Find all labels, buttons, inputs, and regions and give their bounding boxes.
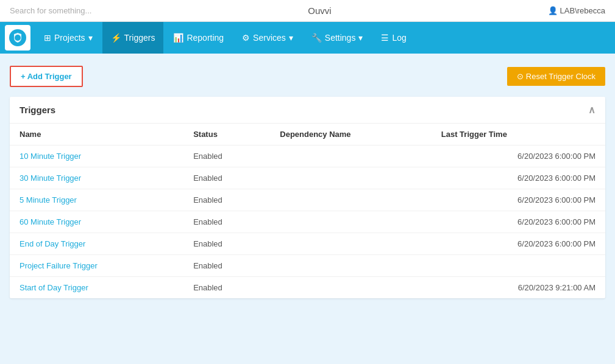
trigger-last-time xyxy=(432,255,605,277)
chevron-down-icon-services: ▾ xyxy=(289,33,293,43)
table-row: 60 Minute TriggerEnabled6/20/2023 6:00:0… xyxy=(10,211,605,233)
app-logo xyxy=(5,25,30,51)
col-header-dependency: Dependency Name xyxy=(270,124,432,145)
navbar: ⊞ Projects ▾ ⚡ Triggers 📊 Reporting ⚙ Se… xyxy=(0,22,615,54)
col-header-status: Status xyxy=(183,124,270,145)
bolt-icon: ⚡ xyxy=(111,33,121,43)
nav-items: ⊞ Projects ▾ ⚡ Triggers 📊 Reporting ⚙ Se… xyxy=(35,22,415,54)
nav-label-triggers: Triggers xyxy=(124,33,155,43)
triggers-table: Name Status Dependency Name Last Trigger… xyxy=(10,124,605,298)
trigger-last-time: 6/20/2023 6:00:00 PM xyxy=(432,211,605,233)
trigger-status: Enabled xyxy=(183,145,270,167)
col-header-last-trigger: Last Trigger Time xyxy=(432,124,605,145)
trigger-last-time: 6/20/2023 9:21:00 AM xyxy=(432,277,605,299)
nav-label-log: Log xyxy=(392,33,406,43)
bar-chart-icon: 📊 xyxy=(173,33,183,43)
username: LAB\rebecca xyxy=(560,6,605,15)
trigger-status: Enabled xyxy=(183,255,270,277)
toolbar: + Add Trigger ⊙ Reset Trigger Clock xyxy=(10,66,605,87)
trigger-status: Enabled xyxy=(183,189,270,211)
trigger-dependency xyxy=(270,145,432,167)
table-row: Start of Day TriggerEnabled6/20/2023 9:2… xyxy=(10,277,605,299)
col-header-name: Name xyxy=(10,124,183,145)
trigger-dependency xyxy=(270,189,432,211)
trigger-status: Enabled xyxy=(183,211,270,233)
trigger-dependency xyxy=(270,233,432,255)
table-row: End of Day TriggerEnabled6/20/2023 6:00:… xyxy=(10,233,605,255)
trigger-name[interactable]: Start of Day Trigger xyxy=(10,277,183,299)
trigger-name[interactable]: 60 Minute Trigger xyxy=(10,211,183,233)
nav-label-services: Services xyxy=(253,33,286,43)
trigger-status: Enabled xyxy=(183,233,270,255)
nav-item-projects[interactable]: ⊞ Projects ▾ xyxy=(35,22,101,54)
reset-trigger-clock-button[interactable]: ⊙ Reset Trigger Clock xyxy=(507,67,605,86)
person-icon: 👤 xyxy=(548,6,558,15)
wrench-icon: 🔧 xyxy=(311,33,322,43)
trigger-name-link[interactable]: End of Day Trigger xyxy=(20,239,85,248)
nav-label-settings: Settings xyxy=(325,33,356,43)
nav-item-log[interactable]: ☰ Log xyxy=(372,22,414,54)
trigger-name[interactable]: 10 Minute Trigger xyxy=(10,145,183,167)
grid-icon: ⊞ xyxy=(44,33,51,43)
triggers-panel: Triggers ∧ Name Status Dependency Name L… xyxy=(10,97,605,298)
trigger-dependency xyxy=(270,167,432,189)
trigger-status: Enabled xyxy=(183,277,270,299)
table-row: 30 Minute TriggerEnabled6/20/2023 6:00:0… xyxy=(10,167,605,189)
nav-label-projects: Projects xyxy=(54,33,85,43)
search-placeholder[interactable]: Search for something... xyxy=(10,6,91,15)
nav-label-reporting: Reporting xyxy=(187,33,224,43)
trigger-name[interactable]: End of Day Trigger xyxy=(10,233,183,255)
nav-item-reporting[interactable]: 📊 Reporting xyxy=(165,22,232,54)
svg-point-1 xyxy=(15,35,21,41)
trigger-name-link[interactable]: Project Failure Trigger xyxy=(20,261,98,270)
trigger-name[interactable]: 5 Minute Trigger xyxy=(10,189,183,211)
user-info: 👤 LAB\rebecca xyxy=(548,6,605,15)
trigger-name-link[interactable]: Start of Day Trigger xyxy=(20,283,88,292)
trigger-name-link[interactable]: 30 Minute Trigger xyxy=(20,173,81,183)
table-header-row: Name Status Dependency Name Last Trigger… xyxy=(10,124,605,145)
trigger-name[interactable]: 30 Minute Trigger xyxy=(10,167,183,189)
collapse-icon[interactable]: ∧ xyxy=(588,104,595,116)
trigger-dependency xyxy=(270,255,432,277)
trigger-last-time: 6/20/2023 6:00:00 PM xyxy=(432,189,605,211)
top-bar: Search for something... Ouvvi 👤 LAB\rebe… xyxy=(0,0,615,22)
trigger-name-link[interactable]: 60 Minute Trigger xyxy=(20,217,81,226)
list-icon: ☰ xyxy=(381,33,389,43)
cog-group-icon: ⚙ xyxy=(242,33,250,43)
nav-item-services[interactable]: ⚙ Services ▾ xyxy=(233,22,302,54)
trigger-dependency xyxy=(270,277,432,299)
main-content: + Add Trigger ⊙ Reset Trigger Clock Trig… xyxy=(0,54,615,364)
trigger-last-time: 6/20/2023 6:00:00 PM xyxy=(432,233,605,255)
table-row: 5 Minute TriggerEnabled6/20/2023 6:00:00… xyxy=(10,189,605,211)
nav-item-settings[interactable]: 🔧 Settings ▾ xyxy=(303,22,372,54)
nav-item-triggers[interactable]: ⚡ Triggers xyxy=(102,22,164,54)
trigger-name-link[interactable]: 10 Minute Trigger xyxy=(20,152,81,161)
panel-title: Triggers xyxy=(20,105,55,115)
table-row: 10 Minute TriggerEnabled6/20/2023 6:00:0… xyxy=(10,145,605,167)
panel-header: Triggers ∧ xyxy=(10,97,605,124)
trigger-name[interactable]: Project Failure Trigger xyxy=(10,255,183,277)
trigger-dependency xyxy=(270,211,432,233)
chevron-down-icon-settings: ▾ xyxy=(358,33,363,43)
trigger-last-time: 6/20/2023 6:00:00 PM xyxy=(432,167,605,189)
table-row: Project Failure TriggerEnabled xyxy=(10,255,605,277)
app-title: Ouvvi xyxy=(308,5,331,16)
trigger-status: Enabled xyxy=(183,167,270,189)
add-trigger-button[interactable]: + Add Trigger xyxy=(10,66,83,87)
trigger-name-link[interactable]: 5 Minute Trigger xyxy=(20,195,77,205)
trigger-last-time: 6/20/2023 6:00:00 PM xyxy=(432,145,605,167)
chevron-down-icon: ▾ xyxy=(88,33,93,43)
